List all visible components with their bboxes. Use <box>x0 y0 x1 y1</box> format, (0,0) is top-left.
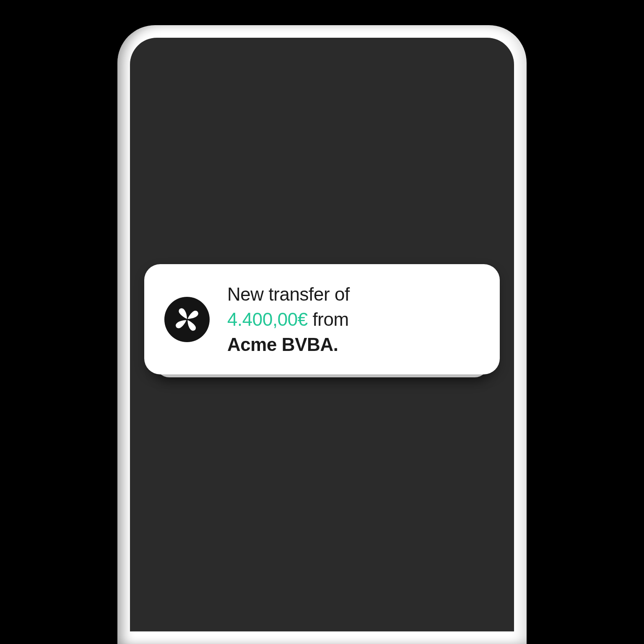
notification-card[interactable]: New transfer of 4.400,00€ from Acme BVBA… <box>144 264 500 374</box>
notification-amount: 4.400,00€ <box>227 309 308 330</box>
notification-middle: from <box>308 309 349 330</box>
notification-prefix: New transfer of <box>227 284 350 304</box>
notification-sender: Acme BVBA. <box>227 334 338 355</box>
notification-message: New transfer of 4.400,00€ from Acme BVBA… <box>227 282 350 357</box>
app-icon-badge <box>164 297 210 342</box>
phone-screen: New transfer of 4.400,00€ from Acme BVBA… <box>130 38 514 631</box>
notification-stack: New transfer of 4.400,00€ from Acme BVBA… <box>144 264 500 374</box>
flower-petal-icon <box>172 305 202 334</box>
phone-frame: New transfer of 4.400,00€ from Acme BVBA… <box>117 25 527 644</box>
